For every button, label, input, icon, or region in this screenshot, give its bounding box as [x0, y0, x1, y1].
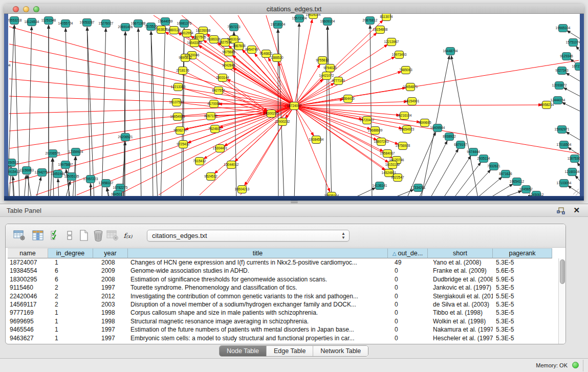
svg-text:16041052: 16041052 — [8, 165, 12, 168]
window-titlebar[interactable]: citations_edges.txt — [4, 4, 584, 14]
table-container: f(x) citations_edges.txt ▲▼ namein_degre… — [5, 224, 566, 344]
split-pane-handle[interactable] — [290, 200, 299, 204]
float-panel-icon[interactable] — [556, 207, 565, 215]
scrollbar-thumb[interactable] — [560, 259, 565, 284]
table-cell: 18724007 — [8, 258, 48, 267]
node-table[interactable]: namein_degreeyeartitle△out_de...shortpag… — [8, 248, 558, 344]
column-header-short[interactable]: short — [428, 248, 493, 258]
svg-text:16654923: 16654923 — [400, 127, 415, 131]
table-cell: 9699695 — [8, 317, 48, 325]
svg-text:18107553: 18107553 — [169, 100, 184, 104]
table-cell: 5.9E-5 — [493, 275, 552, 283]
svg-text:9725412: 9725412 — [177, 142, 190, 146]
column-header-in_degree[interactable]: in_degree — [48, 248, 93, 258]
tab-network-table[interactable]: Network Table — [313, 346, 368, 356]
table-row[interactable]: 977716911998Corpus callosum shape and si… — [8, 309, 558, 317]
svg-text:16448794: 16448794 — [443, 49, 458, 53]
table-row[interactable]: 1830029562008Estimation of significance … — [8, 275, 558, 283]
svg-text:12450612: 12450612 — [529, 193, 544, 196]
column-header-year[interactable]: year — [93, 248, 128, 258]
svg-text:8471626: 8471626 — [499, 172, 512, 176]
close-panel-icon[interactable]: ✕ — [573, 206, 580, 215]
rows-glyph — [66, 230, 73, 241]
table-toolbar: f(x) citations_edges.txt ▲▼ — [6, 224, 565, 248]
svg-text:2935114: 2935114 — [477, 157, 490, 160]
svg-text:16721044: 16721044 — [572, 64, 580, 68]
table-cell: 5.3E-5 — [493, 309, 552, 317]
svg-text:19756928: 19756928 — [396, 144, 410, 147]
table-panel-title: Table Panel — [7, 207, 41, 214]
svg-text:6879197: 6879197 — [454, 143, 467, 146]
svg-text:2718176: 2718176 — [176, 69, 189, 72]
table-cell: 49 — [388, 258, 428, 267]
table-row[interactable]: 1938455462009Genome-wide association stu… — [8, 267, 558, 275]
select-all-icon[interactable] — [49, 229, 62, 242]
table-row[interactable]: 946554611997Estimation of the future num… — [8, 325, 558, 334]
table-cell: 9115460 — [8, 283, 48, 292]
svg-text:17103054: 17103054 — [557, 181, 572, 185]
table-row[interactable]: 1456911722003Disruption of a novel membe… — [8, 300, 558, 309]
show-columns-icon[interactable] — [31, 229, 45, 242]
svg-text:15572304: 15572304 — [292, 16, 307, 20]
table-cell: 0 — [388, 334, 428, 342]
svg-text:14055724: 14055724 — [58, 21, 73, 25]
svg-text:9827505: 9827505 — [193, 35, 206, 39]
svg-text:9827508: 9827508 — [219, 40, 232, 44]
table-cell: 2 — [48, 300, 93, 309]
svg-text:16671388: 16671388 — [131, 21, 146, 25]
svg-text:19384554: 19384554 — [309, 138, 324, 141]
table-cell: 14569117 — [8, 300, 48, 309]
svg-text:20553104: 20553104 — [8, 63, 11, 67]
table-row[interactable]: 2242004622012Investigating the contribut… — [8, 292, 558, 300]
table-cell: 1 — [48, 325, 93, 334]
svg-text:20876812: 20876812 — [363, 18, 378, 22]
svg-text:13505135: 13505135 — [64, 174, 79, 178]
function-builder-icon[interactable]: f(x) — [121, 229, 135, 242]
table-row[interactable]: 911546021997Tourette syndrome. Phenomeno… — [8, 283, 558, 292]
table-cell: 1 — [48, 258, 93, 267]
svg-text:19218104: 19218104 — [271, 23, 286, 26]
table-cell: Disruption of a novel member of a sodium… — [128, 300, 388, 309]
column-header-pagerank[interactable]: pagerank — [493, 248, 552, 258]
svg-text:10654112: 10654112 — [510, 180, 525, 183]
table-row[interactable]: 969969511998Structural magnetic resonanc… — [8, 317, 558, 325]
svg-text:1388520: 1388520 — [270, 56, 284, 59]
svg-text:2803144: 2803144 — [216, 76, 229, 79]
svg-text:11156863: 11156863 — [19, 168, 34, 172]
table-cell: Estimation of significance thresholds fo… — [128, 275, 388, 283]
svg-text:20553218: 20553218 — [8, 18, 22, 22]
svg-text:15751074: 15751074 — [566, 40, 580, 44]
tab-edge-table[interactable]: Edge Table — [267, 346, 313, 356]
clear-selection-icon[interactable] — [63, 229, 76, 242]
table-cell: 9465546 — [8, 325, 48, 334]
svg-text:12213967: 12213967 — [384, 40, 399, 43]
table-scrollbar[interactable] — [558, 258, 565, 344]
svg-text:10053287: 10053287 — [80, 20, 95, 24]
tab-node-table[interactable]: Node Table — [220, 346, 267, 356]
svg-text:11451946: 11451946 — [51, 172, 66, 176]
dropdown-arrows-icon: ▲▼ — [341, 232, 345, 240]
delete-table-icon[interactable] — [92, 229, 105, 242]
delete-column-icon[interactable] — [106, 229, 119, 242]
table-row[interactable]: 946362711997Embryonic stem cells: a mode… — [8, 334, 558, 342]
table-row[interactable]: 1872400712008Changes of HCN gene express… — [8, 258, 558, 267]
column-header-title[interactable]: title — [128, 248, 388, 258]
svg-text:7615412: 7615412 — [193, 159, 206, 163]
svg-text:9845012: 9845012 — [111, 192, 124, 196]
table-selector-dropdown[interactable]: citations_edges.txt ▲▼ — [147, 230, 350, 242]
svg-text:20691406: 20691406 — [118, 25, 133, 29]
table-mode-icon[interactable] — [13, 229, 26, 242]
column-header-out_de[interactable]: △out_de... — [388, 248, 428, 258]
table-cell: 18300295 — [8, 275, 48, 283]
svg-text:9675685: 9675685 — [222, 50, 235, 54]
network-canvas[interactable]: 2055321818124534112515481405572410053287… — [8, 14, 580, 196]
column-header-name[interactable]: name — [8, 248, 48, 258]
svg-text:9699695: 9699695 — [418, 121, 431, 124]
svg-text:9522547: 9522547 — [391, 176, 404, 179]
new-column-icon[interactable] — [77, 229, 91, 242]
table-cell: 0 — [388, 275, 428, 283]
svg-text:9755812: 9755812 — [316, 58, 329, 62]
table-selector-value: citations_edges.txt — [152, 232, 207, 239]
svg-text:16854925: 16854925 — [170, 115, 185, 118]
table-cell: 6 — [48, 275, 93, 283]
